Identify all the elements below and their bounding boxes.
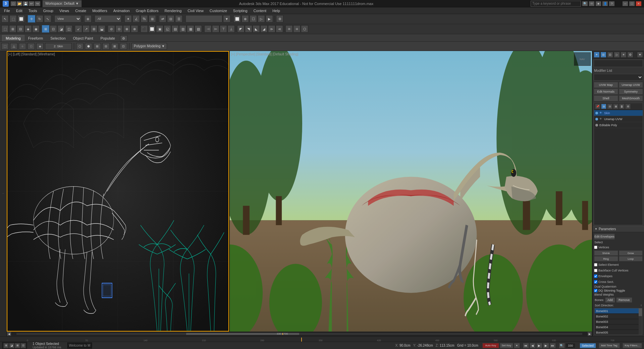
viewport-navigator[interactable]: NAV: [574, 52, 591, 66]
stack-paste-icon[interactable]: ⊠: [613, 104, 619, 109]
st-btn-9[interactable]: ⊟: [102, 43, 110, 50]
tb2-btn-5[interactable]: ◉: [32, 25, 40, 33]
backface-check[interactable]: [594, 269, 597, 272]
symmetry-btn[interactable]: Symmetry: [619, 89, 643, 95]
loop-btn[interactable]: Loop: [619, 256, 643, 261]
window-crossing-btn[interactable]: ⬜: [17, 15, 25, 22]
tab-modeling[interactable]: Modeling: [2, 35, 24, 41]
angle-snap-btn[interactable]: ∠: [132, 15, 140, 22]
bone-item-1[interactable]: Bone002: [595, 314, 642, 319]
tb2-btn-2[interactable]: ⊞: [9, 25, 16, 33]
menu-rendering[interactable]: Rendering: [162, 8, 184, 13]
modifier-skin[interactable]: 👁 Skin: [594, 110, 643, 116]
spinner-snap-btn[interactable]: ⊞: [149, 15, 156, 22]
schematic-view-btn[interactable]: ⬜: [233, 15, 241, 22]
tb2-btn-7[interactable]: ◪: [57, 25, 65, 33]
menu-create[interactable]: Create: [72, 8, 89, 13]
select-region-btn[interactable]: ⬚: [9, 15, 17, 22]
tb2-btn-4[interactable]: ◈: [24, 25, 32, 33]
key-filters-btn[interactable]: ♦: [514, 343, 520, 348]
render-options-btn[interactable]: ⚙: [276, 15, 283, 22]
redo-tb-btn[interactable]: ↪: [35, 1, 40, 6]
tb2-active-btn[interactable]: ⊠: [42, 25, 49, 33]
status-icon-2[interactable]: ◪: [9, 343, 14, 348]
st-btn-3[interactable]: ○: [19, 43, 26, 50]
panel-expand-btn[interactable]: ▼: [637, 52, 643, 58]
tb2-btn-32[interactable]: ◢: [260, 25, 268, 33]
stack-pin-icon[interactable]: 📌: [595, 104, 600, 109]
user-btn[interactable]: 👤: [602, 1, 608, 6]
tb2-btn-20[interactable]: ◱: [164, 25, 171, 33]
add-time-tag-btn[interactable]: Add Time Tag: [599, 343, 620, 348]
edit-envelopes-btn[interactable]: Edit Envelopes: [594, 234, 615, 240]
help-btn[interactable]: ?: [609, 1, 614, 6]
layer-manager-btn[interactable]: ☰: [175, 15, 182, 22]
shrink-btn[interactable]: Shrink: [594, 250, 618, 256]
tb2-btn-9[interactable]: ↙: [75, 25, 82, 33]
prev-frame-btn[interactable]: ◀: [530, 343, 536, 348]
tb2-btn-35[interactable]: ⧈: [285, 25, 293, 33]
tb2-btn-18[interactable]: ⬜: [148, 25, 156, 33]
tab-freeform[interactable]: Freeform: [24, 35, 47, 41]
tab-object-paint[interactable]: Object Paint: [69, 35, 97, 41]
add-bone-btn[interactable]: Add: [605, 297, 615, 303]
move-btn[interactable]: ✛: [28, 15, 35, 22]
menu-file[interactable]: File: [1, 8, 13, 13]
menu-graph-editors[interactable]: Graph Editors: [133, 8, 161, 13]
st-btn-2[interactable]: △: [10, 43, 17, 50]
stack-copy-icon[interactable]: ⊟: [607, 104, 612, 109]
tb2-btn-31[interactable]: ◣: [253, 25, 260, 33]
undo-tb-btn[interactable]: ↩: [29, 1, 34, 6]
grow-btn[interactable]: Grow: [619, 250, 643, 256]
render-frame-btn[interactable]: ▷: [258, 15, 265, 22]
tb2-btn-21[interactable]: ▤: [171, 25, 179, 33]
reference-coord-dropdown[interactable]: View World Local: [54, 15, 81, 22]
hscroll-track[interactable]: 330 / 700: [16, 333, 583, 335]
edit-normals-btn[interactable]: Edit Normals: [594, 89, 618, 95]
panel-hierarchy-icon[interactable]: ⊟: [607, 52, 613, 58]
tb2-btn-23[interactable]: ▦: [187, 25, 194, 33]
poly-modeling-dropdown[interactable]: Polygon Modeling ▼: [131, 43, 167, 50]
hscroll-right-btn[interactable]: ▶: [587, 332, 592, 336]
tb2-btn-29[interactable]: ◤: [237, 25, 245, 33]
params-header[interactable]: Parameters: [593, 226, 644, 232]
status-icon-3[interactable]: ⊠: [15, 343, 20, 348]
tb2-btn-30[interactable]: ◥: [245, 25, 252, 33]
tb2-btn-12[interactable]: ⬓: [98, 25, 105, 33]
menu-content[interactable]: Content: [251, 8, 269, 13]
right-viewport[interactable]: [+] [Perspective] [Standard] [Default Sh…: [230, 51, 592, 332]
tb2-btn-3[interactable]: ⊟: [17, 25, 24, 33]
key-filters-label-btn[interactable]: Key Filters...: [623, 343, 642, 348]
hscroll-left-btn[interactable]: ◀: [7, 332, 11, 336]
auto-key-btn[interactable]: Auto Key: [482, 343, 499, 348]
menu-customize[interactable]: Customize: [207, 8, 230, 13]
workspace-selector[interactable]: Workspace: Default ▼: [42, 0, 82, 7]
snap-toggle-btn[interactable]: ✦: [124, 15, 132, 22]
bone-item-2[interactable]: Bone003: [595, 319, 642, 325]
tab-selection[interactable]: Selection: [47, 35, 69, 41]
align-btn[interactable]: ⊟: [167, 15, 174, 22]
status-icon-4[interactable]: ⊡: [20, 343, 26, 348]
bone-item-4[interactable]: Bone005: [595, 330, 642, 335]
stack-config-icon[interactable]: ⚙: [625, 104, 631, 109]
menu-help[interactable]: Help: [270, 8, 283, 13]
tb2-btn-17[interactable]: ⬛: [141, 25, 148, 33]
st-btn-1[interactable]: ⬚: [1, 43, 9, 50]
mirror-btn[interactable]: ⇌: [159, 15, 166, 22]
tb2-btn-33[interactable]: ⊳: [268, 25, 275, 33]
tb2-btn-8[interactable]: ◫: [65, 25, 72, 33]
bones-list[interactable]: Bone001 Bone002 Bone003 Bone004 Bone005 …: [594, 308, 642, 335]
meshsmooth-btn[interactable]: MeshSmooth: [619, 95, 643, 101]
panel-display-icon[interactable]: ☀: [621, 52, 627, 58]
uvw-map-btn[interactable]: UVW Map: [594, 82, 618, 88]
tb2-btn-36[interactable]: ⧇: [293, 25, 301, 33]
open-btn[interactable]: 📂: [17, 1, 22, 6]
maximize-btn[interactable]: □: [629, 1, 635, 6]
tabs-config-btn[interactable]: ⚙: [120, 35, 127, 41]
tab-populate[interactable]: Populate: [97, 35, 118, 41]
tb2-btn-16[interactable]: ⊕: [131, 25, 138, 33]
save-btn[interactable]: 💾: [23, 1, 28, 6]
tb2-btn-27[interactable]: ⊤: [220, 25, 227, 33]
vertices-check[interactable]: [594, 246, 597, 249]
menu-tools[interactable]: Tools: [26, 8, 40, 13]
